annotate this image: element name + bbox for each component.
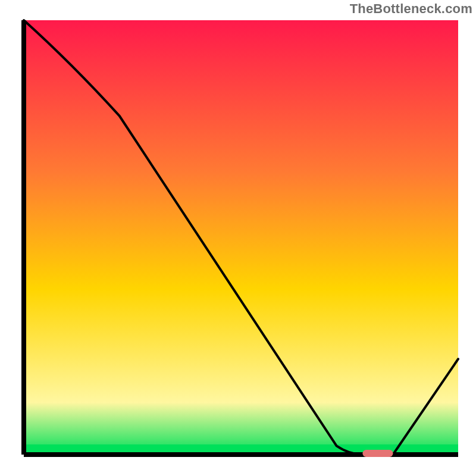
- gradient-background: [24, 20, 458, 455]
- optimal-range-marker: [362, 450, 393, 457]
- chart-container: TheBottleneck.com: [0, 0, 476, 476]
- bottleneck-chart: [0, 14, 476, 476]
